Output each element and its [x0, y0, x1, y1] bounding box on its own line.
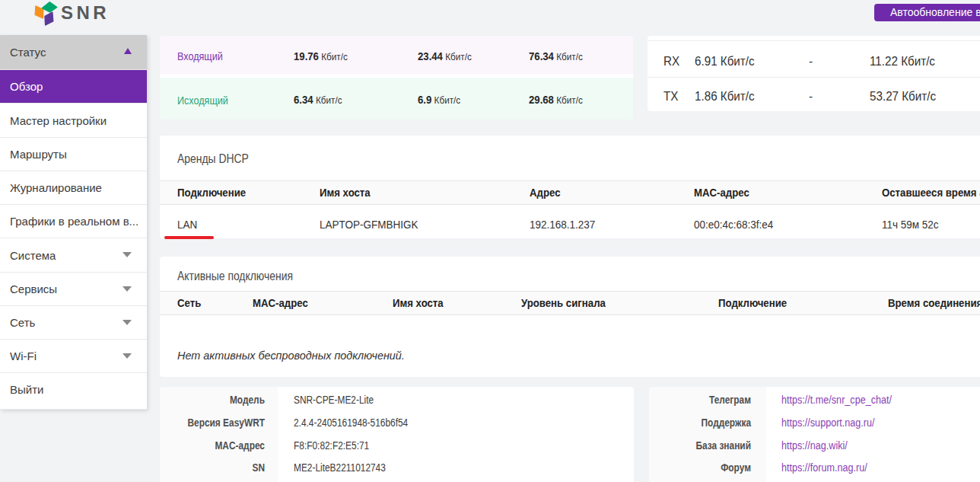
- svg-text:SNR: SNR: [61, 2, 110, 23]
